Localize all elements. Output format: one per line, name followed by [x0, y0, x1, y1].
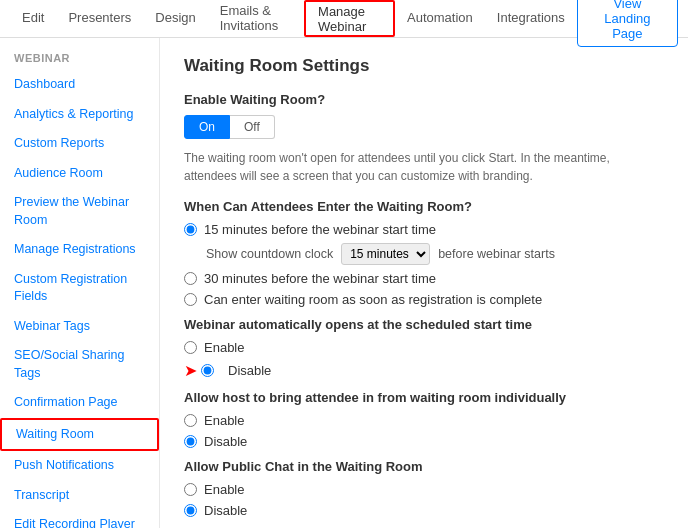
sidebar-item-confirmation-page[interactable]: Confirmation Page	[0, 388, 159, 418]
nav-edit[interactable]: Edit	[10, 0, 56, 37]
sidebar-item-manage-registrations[interactable]: Manage Registrations	[0, 235, 159, 265]
main-content: Waiting Room Settings Enable Waiting Roo…	[160, 38, 688, 528]
when-attendees-label: When Can Attendees Enter the Waiting Roo…	[184, 199, 664, 214]
radio-15min-input[interactable]	[184, 223, 197, 236]
info-text: The waiting room won't open for attendee…	[184, 149, 664, 185]
sidebar-item-transcript[interactable]: Transcript	[0, 481, 159, 511]
radio-30min-label: 30 minutes before the webinar start time	[204, 271, 436, 286]
countdown-select[interactable]: 15 minutes 30 minutes 5 minutes	[341, 243, 430, 265]
main-layout: WEBINAR Dashboard Analytics & Reporting …	[0, 38, 688, 528]
radio-anytime: Can enter waiting room as soon as regist…	[184, 292, 664, 307]
nav-manage-webinar[interactable]: Manage Webinar	[304, 0, 395, 37]
sidebar-item-edit-recording-player[interactable]: Edit Recording Player	[0, 510, 159, 528]
toggle-group: On Off	[184, 115, 664, 139]
nav-integrations[interactable]: Integrations	[485, 0, 577, 37]
host-enable: Enable	[184, 413, 664, 428]
radio-30min-input[interactable]	[184, 272, 197, 285]
allow-host-label: Allow host to bring attendee in from wai…	[184, 390, 664, 405]
chat-enable: Enable	[184, 482, 664, 497]
toggle-off-button[interactable]: Off	[230, 115, 275, 139]
auto-open-disable: ➤ Disable	[184, 361, 664, 380]
top-navigation: Edit Presenters Design Emails & Invitati…	[0, 0, 688, 38]
auto-open-enable-label: Enable	[204, 340, 244, 355]
radio-30min: 30 minutes before the webinar start time	[184, 271, 664, 286]
enable-waiting-room-label: Enable Waiting Room?	[184, 92, 664, 107]
chat-disable-input[interactable]	[184, 504, 197, 517]
host-enable-label: Enable	[204, 413, 244, 428]
chat-disable: Disable	[184, 503, 664, 518]
sidebar-item-push-notifications[interactable]: Push Notifications	[0, 451, 159, 481]
chat-enable-label: Enable	[204, 482, 244, 497]
sidebar-item-preview-webinar-room[interactable]: Preview the Webinar Room	[0, 188, 159, 235]
sidebar-section-label: WEBINAR	[0, 52, 159, 70]
chat-enable-input[interactable]	[184, 483, 197, 496]
arrow-indicator-icon: ➤	[184, 361, 197, 380]
sidebar-item-custom-reports[interactable]: Custom Reports	[0, 129, 159, 159]
countdown-suffix: before webinar starts	[438, 247, 555, 261]
sidebar-item-audience-room[interactable]: Audience Room	[0, 159, 159, 189]
auto-open-enable: Enable	[184, 340, 664, 355]
auto-open-disable-label: Disable	[228, 363, 271, 378]
countdown-group: Show countdown clock 15 minutes 30 minut…	[206, 243, 664, 265]
countdown-clock-label: Show countdown clock	[206, 247, 333, 261]
toggle-on-button[interactable]: On	[184, 115, 230, 139]
host-disable-label: Disable	[204, 434, 247, 449]
sidebar-item-custom-registration-fields[interactable]: Custom Registration Fields	[0, 265, 159, 312]
sidebar-item-webinar-tags[interactable]: Webinar Tags	[0, 312, 159, 342]
sidebar-item-dashboard[interactable]: Dashboard	[0, 70, 159, 100]
sidebar-item-seo-social-sharing[interactable]: SEO/Social Sharing Tags	[0, 341, 159, 388]
auto-open-disable-input[interactable]	[201, 364, 214, 377]
sidebar: WEBINAR Dashboard Analytics & Reporting …	[0, 38, 160, 528]
nav-automation[interactable]: Automation	[395, 0, 485, 37]
auto-open-label: Webinar automatically opens at the sched…	[184, 317, 664, 332]
radio-15min-label: 15 minutes before the webinar start time	[204, 222, 436, 237]
host-disable: Disable	[184, 434, 664, 449]
chat-disable-label: Disable	[204, 503, 247, 518]
nav-presenters[interactable]: Presenters	[56, 0, 143, 37]
nav-design[interactable]: Design	[143, 0, 207, 37]
host-disable-input[interactable]	[184, 435, 197, 448]
sidebar-item-waiting-room[interactable]: Waiting Room	[0, 418, 159, 452]
nav-emails-invitations[interactable]: Emails & Invitations	[208, 0, 304, 37]
host-enable-input[interactable]	[184, 414, 197, 427]
page-title: Waiting Room Settings	[184, 56, 664, 76]
sidebar-item-analytics-reporting[interactable]: Analytics & Reporting	[0, 100, 159, 130]
auto-open-enable-input[interactable]	[184, 341, 197, 354]
radio-anytime-input[interactable]	[184, 293, 197, 306]
public-chat-label: Allow Public Chat in the Waiting Room	[184, 459, 664, 474]
radio-15min: 15 minutes before the webinar start time	[184, 222, 664, 237]
radio-anytime-label: Can enter waiting room as soon as regist…	[204, 292, 542, 307]
